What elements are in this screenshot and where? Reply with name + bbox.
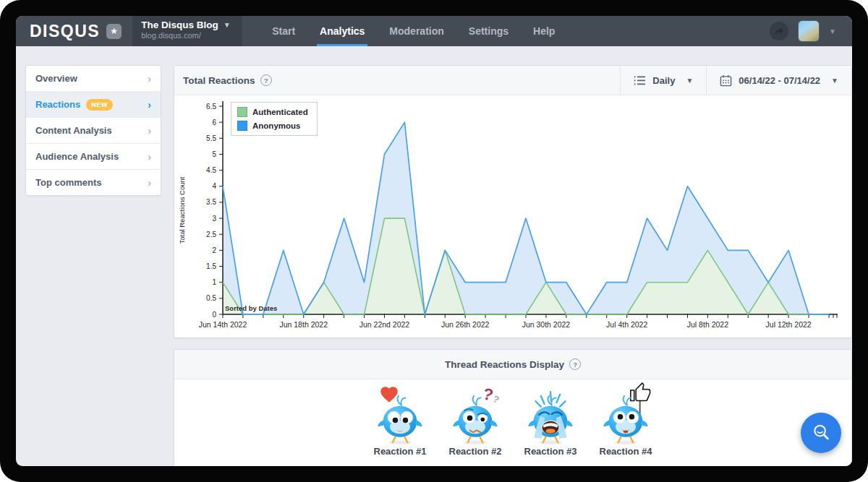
help-icon[interactable]: ? xyxy=(569,358,581,370)
chevron-down-icon: ▼ xyxy=(224,21,231,29)
sidebar-item-overview[interactable]: Overview › xyxy=(26,66,161,92)
new-badge: NEW xyxy=(86,99,113,111)
reaction-3-item[interactable]: Reaction #3 xyxy=(516,382,585,457)
svg-text:Jun 26th 2022: Jun 26th 2022 xyxy=(441,320,490,329)
chevron-right-icon: › xyxy=(148,177,151,189)
topbar-right: ▼ xyxy=(770,16,852,46)
list-icon xyxy=(634,75,646,86)
chart-legend: Authenticated Anonymous xyxy=(231,102,318,136)
search-smile-icon xyxy=(808,420,834,446)
disqus-logo[interactable]: DISQUS ★ xyxy=(16,16,132,46)
date-range-picker[interactable]: 06/14/22 - 07/14/22 ▼ xyxy=(706,66,851,95)
svg-text:0: 0 xyxy=(212,311,216,319)
date-range-value: 06/14/22 - 07/14/22 xyxy=(739,75,820,86)
site-name: The Disqus Blog xyxy=(141,20,218,30)
help-icon[interactable]: ? xyxy=(260,74,272,86)
sidebar-item-audience-analysis[interactable]: Audience Analysis › xyxy=(26,144,161,170)
chart-body: 00.511.522.533.544.555.566.5Jun 14th 202… xyxy=(174,95,851,337)
thread-reactions-card: Thread Reactions Display ? Reaction #1 ?… xyxy=(174,349,852,466)
svg-text:Jun 30th 2022: Jun 30th 2022 xyxy=(522,320,571,329)
chart-card-header: Total Reactions ? Daily ▼ xyxy=(174,66,851,95)
star-icon: ★ xyxy=(106,24,122,39)
sidebar-item-reactions[interactable]: Reactions NEW › xyxy=(26,92,161,118)
svg-text:2.5: 2.5 xyxy=(206,231,216,238)
svg-text:4.5: 4.5 xyxy=(206,166,216,174)
svg-text:3: 3 xyxy=(212,215,216,223)
chart-title: Total Reactions ? xyxy=(183,74,272,86)
sidebar-item-content-analysis[interactable]: Content Analysis › xyxy=(26,118,161,144)
svg-text:4: 4 xyxy=(212,182,216,190)
avatar[interactable] xyxy=(798,20,820,42)
thumbs-up-bird-image xyxy=(591,382,660,446)
svg-text:Total Reactions Count: Total Reactions Count xyxy=(178,176,186,244)
svg-text:Jul 12th 2022: Jul 12th 2022 xyxy=(766,320,812,329)
crying-bird-image xyxy=(516,382,585,446)
account-chevron-down-icon[interactable]: ▼ xyxy=(829,27,836,35)
svg-text:6: 6 xyxy=(212,119,216,126)
love-bird-image xyxy=(365,382,435,446)
svg-text:3.5: 3.5 xyxy=(206,198,216,206)
chevron-right-icon: › xyxy=(148,99,151,111)
svg-text:0.5: 0.5 xyxy=(206,294,216,302)
topbar: DISQUS ★ The Disqus Blog ▼ blog.disqus.c… xyxy=(16,16,852,46)
search-fab-button[interactable] xyxy=(801,413,841,453)
svg-text:Jul 8th 2022: Jul 8th 2022 xyxy=(687,320,728,329)
svg-text:Sorted by Dates: Sorted by Dates xyxy=(225,304,277,312)
svg-text:Jul 4th 2022: Jul 4th 2022 xyxy=(606,320,647,329)
chevron-right-icon: › xyxy=(148,125,151,137)
disqus-logo-text: DISQUS xyxy=(30,22,100,41)
chevron-down-icon: ▼ xyxy=(686,77,693,85)
nav-tab-settings[interactable]: Settings xyxy=(456,16,521,46)
thread-card-header: Thread Reactions Display ? xyxy=(174,350,851,379)
calendar-icon xyxy=(720,74,732,87)
legend-anonymous: Anonymous xyxy=(237,121,308,131)
screenshot-stage: DISQUS ★ The Disqus Blog ▼ blog.disqus.c… xyxy=(0,0,868,482)
svg-text:5.5: 5.5 xyxy=(206,134,216,142)
svg-text:2: 2 xyxy=(212,246,216,254)
svg-text:Jun 22nd 2022: Jun 22nd 2022 xyxy=(359,320,410,329)
chart-controls: Daily ▼ 06/14/22 - 07/14/22 ▼ xyxy=(620,66,851,95)
thread-reactions-list: Reaction #1 ?? Reaction #2 Reaction #3 R… xyxy=(174,379,851,457)
thread-card-title: Thread Reactions Display ? xyxy=(445,358,581,370)
nav-tab-start[interactable]: Start xyxy=(260,16,307,46)
sidebar-item-top-comments[interactable]: Top comments › xyxy=(26,170,161,195)
nav-tab-help[interactable]: Help xyxy=(521,16,567,46)
site-url: blog.disqus.com/ xyxy=(141,31,234,40)
site-selector[interactable]: The Disqus Blog ▼ blog.disqus.com/ xyxy=(132,16,242,46)
svg-text:1: 1 xyxy=(212,278,216,286)
svg-text:6.5: 6.5 xyxy=(206,103,216,111)
confused-bird-image: ?? xyxy=(441,382,510,446)
svg-text:Jun 18th 2022: Jun 18th 2022 xyxy=(279,320,328,329)
nav-tab-analytics[interactable]: Analytics xyxy=(307,16,377,46)
chevron-down-icon: ▼ xyxy=(831,77,838,85)
legend-authenticated: Authenticated xyxy=(237,107,308,117)
reaction-4-item[interactable]: Reaction #4 xyxy=(591,382,660,457)
authenticated-swatch xyxy=(237,107,247,117)
share-icon[interactable] xyxy=(770,22,788,40)
svg-text:5: 5 xyxy=(212,150,216,158)
nav-tab-moderation[interactable]: Moderation xyxy=(377,16,456,46)
main-nav: Start Analytics Moderation Settings Help xyxy=(260,16,567,46)
app-window: DISQUS ★ The Disqus Blog ▼ blog.disqus.c… xyxy=(16,16,852,466)
interval-value: Daily xyxy=(652,75,675,86)
total-reactions-card: Total Reactions ? Daily ▼ xyxy=(174,65,852,338)
interval-dropdown[interactable]: Daily ▼ xyxy=(620,66,706,95)
chevron-right-icon: › xyxy=(148,73,151,85)
svg-text:Jun 14th 2022: Jun 14th 2022 xyxy=(199,320,247,329)
analytics-sidebar: Overview › Reactions NEW › Content Analy… xyxy=(25,65,161,196)
reaction-2-item[interactable]: ?? Reaction #2 xyxy=(441,382,510,457)
svg-text:1.5: 1.5 xyxy=(206,262,216,270)
chevron-right-icon: › xyxy=(148,151,151,163)
reaction-1-item[interactable]: Reaction #1 xyxy=(365,382,435,457)
anonymous-swatch xyxy=(237,121,247,131)
